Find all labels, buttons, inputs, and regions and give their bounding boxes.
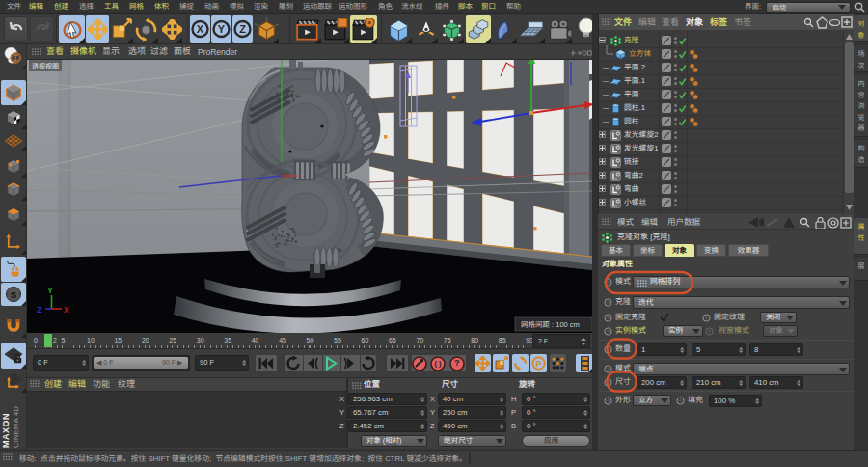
svg-text:Z: Z [239,23,246,35]
svg-text:S: S [11,289,17,300]
svg-text:网格间距 : 100 cm: 网格间距 : 100 cm [521,318,580,329]
svg-text:Y: Y [218,23,226,35]
svg-text:X: X [64,305,69,315]
svg-text:X: X [197,23,204,35]
svg-text:透视视图: 透视视图 [32,61,59,70]
svg-text:Y: Y [47,286,53,295]
svg-text:P: P [535,359,541,369]
svg-text:Z: Z [37,305,42,315]
